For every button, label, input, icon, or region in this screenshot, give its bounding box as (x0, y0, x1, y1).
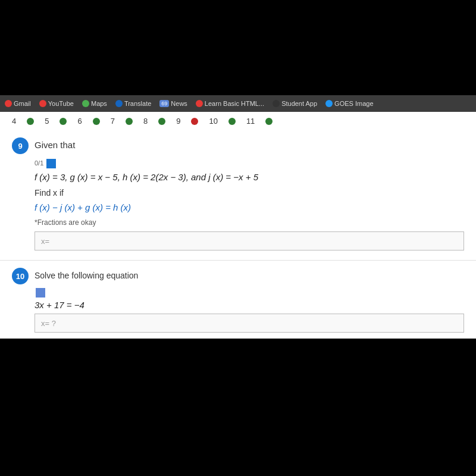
screen: Gmail YouTube Maps Translate 69 News Lea… (0, 0, 476, 476)
toolbar-maps[interactable]: Maps (80, 99, 109, 108)
definition-line: f (x) = 3, g (x) = x − 5, h (x) = 2(2x −… (35, 172, 464, 182)
translate-icon (115, 100, 123, 107)
news-badge: 69 (159, 100, 169, 107)
find-text: Find x if (35, 188, 464, 198)
toolbar-gmail[interactable]: Gmail (2, 99, 33, 108)
toolbar-youtube[interactable]: YouTube (37, 99, 76, 108)
nav-dot-4[interactable] (27, 118, 34, 125)
student-app-icon (273, 100, 280, 107)
answer-placeholder-9: x= (41, 237, 49, 246)
html-label: Learn Basic HTML... (205, 100, 264, 107)
nav-num-10[interactable]: 10 (209, 117, 217, 126)
nav-dot-6[interactable] (93, 118, 100, 125)
equation-line: f (x) − j (x) + g (x) = h (x) (35, 202, 464, 212)
nav-dot-9[interactable] (191, 118, 198, 125)
nav-dot-5[interactable] (60, 118, 67, 125)
top-black-area (0, 0, 476, 95)
question-10-badge: 10 (12, 268, 29, 284)
student-app-label: Student App (281, 100, 317, 107)
answer-input-9[interactable]: x= (35, 231, 464, 250)
browser-toolbar: Gmail YouTube Maps Translate 69 News Lea… (0, 95, 476, 112)
toolbar-goes[interactable]: GOES Image (323, 99, 375, 108)
nav-num-6[interactable]: 6 (77, 117, 82, 126)
question-10-header: 10 Solve the following equation (12, 268, 464, 284)
gmail-icon (5, 100, 12, 107)
maps-icon (82, 100, 89, 107)
answer-placeholder-10: x= ? (41, 319, 56, 328)
answer-input-10[interactable]: x= ? (35, 314, 464, 333)
score-icon (46, 159, 56, 168)
youtube-icon (39, 100, 46, 107)
q10-equation: 3x + 17 = −4 (35, 300, 464, 310)
news-label: News (171, 100, 187, 107)
question-10-score-area (35, 288, 464, 298)
question-9-math: f (x) = 3, g (x) = x − 5, h (x) = 2(2x −… (35, 172, 464, 250)
question-9-title: Given that (35, 137, 75, 150)
gmail-label: Gmail (14, 100, 31, 107)
nav-dot-10[interactable] (228, 118, 236, 125)
question-9-badge: 9 (12, 137, 29, 154)
question-10-block: 10 Solve the following equation 3x + 17 … (0, 261, 476, 339)
score-icon-10 (36, 288, 45, 298)
main-content: 9 Given that 0/1 f (x) = 3, g (x) = x − … (0, 130, 476, 339)
toolbar-student-app[interactable]: Student App (270, 99, 320, 108)
nav-num-5[interactable]: 5 (45, 117, 49, 126)
question-navigation: 4 5 6 7 8 9 10 11 (0, 112, 476, 130)
goes-icon (325, 100, 333, 107)
question-10-title: Solve the following equation (35, 268, 138, 280)
toolbar-translate[interactable]: Translate (113, 99, 154, 108)
fractions-note: *Fractions are okay (35, 218, 464, 227)
question-9-block: 9 Given that 0/1 f (x) = 3, g (x) = x − … (0, 130, 476, 261)
toolbar-news[interactable]: 69 News (157, 99, 190, 108)
html-icon (196, 100, 203, 107)
nav-num-4[interactable]: 4 (12, 117, 16, 126)
nav-num-11[interactable]: 11 (246, 117, 255, 126)
nav-dot-11[interactable] (265, 118, 273, 125)
toolbar-html[interactable]: Learn Basic HTML... (193, 99, 267, 108)
maps-label: Maps (91, 100, 107, 107)
goes-label: GOES Image (334, 100, 373, 107)
question-9-header: 9 Given that (12, 137, 464, 154)
nav-dot-8[interactable] (158, 118, 165, 125)
nav-num-9[interactable]: 9 (176, 117, 180, 126)
nav-num-7[interactable]: 7 (111, 117, 115, 126)
nav-num-8[interactable]: 8 (143, 117, 148, 126)
nav-dot-7[interactable] (126, 118, 133, 125)
question-9-score: 0/1 (35, 159, 464, 168)
youtube-label: YouTube (48, 100, 74, 107)
translate-label: Translate (124, 100, 151, 107)
